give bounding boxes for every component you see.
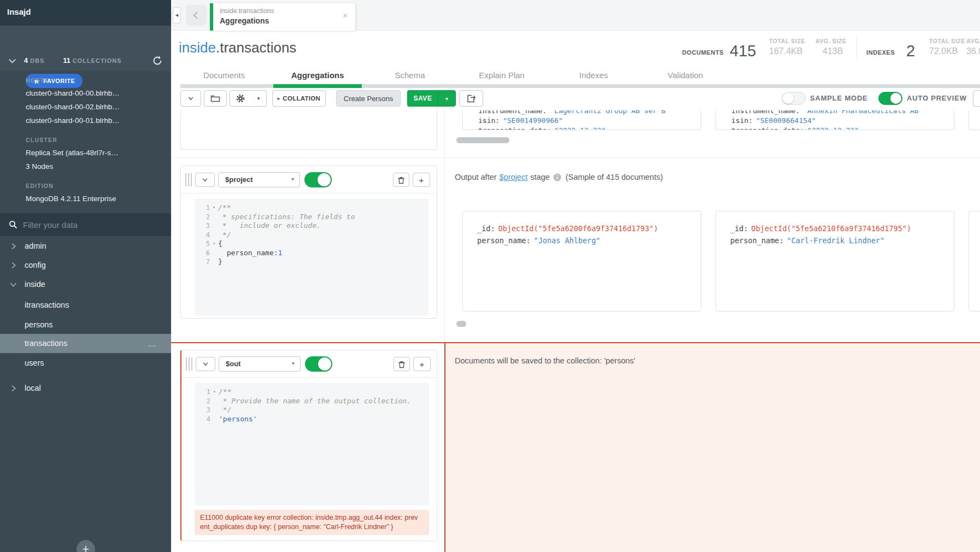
db-count: 4	[24, 57, 28, 64]
sidebar-item-persons[interactable]: persons	[0, 315, 171, 334]
host-item: cluster0-shard-00-00.blrhb…	[26, 89, 120, 97]
field-key: transaction_date:	[478, 126, 551, 130]
sidebar-item-config[interactable]: config	[0, 256, 171, 275]
field-value: "SE0014990966"	[503, 116, 563, 125]
documents-stat-label: DOCUMENTS	[682, 49, 724, 56]
triangle-right-icon: ▸	[278, 96, 280, 101]
host-item: cluster0-shard-00-01.blrhb…	[26, 116, 120, 125]
auto-preview-toggle[interactable]	[878, 92, 902, 105]
code-line: /**	[218, 203, 231, 213]
collection-label: itransactions	[25, 296, 69, 315]
output-horizontal-scrollbar[interactable]	[456, 321, 466, 327]
tab-schema[interactable]: Schema	[395, 71, 425, 80]
collection-label: users	[25, 354, 44, 373]
out-stage-code-editor[interactable]: 1▾/** 2 * Provide the name of the output…	[195, 383, 429, 506]
tab-validation[interactable]: Validation	[668, 71, 703, 80]
tab-aggregations[interactable]: Aggregations	[291, 71, 344, 80]
db-name: inside	[179, 39, 216, 56]
out-stage-card: $out ▾ + 1▾/** 2 * Provide the name of t…	[180, 350, 437, 541]
stage-doc-link[interactable]: $project	[500, 173, 528, 181]
gear-icon	[236, 93, 245, 103]
toolbar-overflow-button[interactable]	[973, 90, 980, 107]
chevron-left-icon	[192, 11, 201, 20]
add-stage-button[interactable]: +	[413, 173, 430, 187]
ellipsis-menu-icon[interactable]: …	[148, 334, 157, 353]
collapse-left-icon: ◀	[175, 13, 178, 17]
documents-stat-value: 415	[730, 42, 756, 60]
tab-explain-plan[interactable]: Explain Plan	[479, 71, 524, 80]
save-dropdown-button[interactable]: ▾	[438, 90, 456, 107]
stage-enabled-toggle[interactable]	[304, 172, 332, 187]
code-line: */	[219, 406, 231, 415]
hosts-label: HOSTS	[26, 77, 49, 84]
field-key: isin:	[478, 116, 500, 125]
project-stage-code-editor[interactable]: 1▾/** 2 * specifications: The fields to …	[195, 198, 429, 315]
code-fold-icon: ▾	[210, 387, 219, 397]
field-key: _id:	[730, 224, 748, 233]
sample-mode-toggle[interactable]	[782, 92, 806, 105]
chevron-right-icon	[10, 262, 17, 269]
chevron-down-icon[interactable]	[8, 57, 16, 65]
close-icon[interactable]: ×	[343, 11, 348, 21]
connection-name: Insajd	[7, 7, 31, 16]
tab-active-underline	[273, 84, 362, 88]
sidebar-item-local[interactable]: local	[0, 379, 171, 398]
add-stage-button[interactable]: +	[413, 357, 431, 371]
sidebar-item-admin[interactable]: admin	[0, 237, 171, 256]
field-value: "2020-12-22"	[807, 126, 859, 130]
code-line: * include or exclude.	[218, 221, 321, 231]
collection-count-label: COLLECTIONS	[73, 57, 122, 64]
doc-total-size-value: 167.4KB	[769, 46, 802, 56]
code-line: {	[218, 239, 222, 249]
open-saved-pipelines-button[interactable]	[204, 90, 227, 107]
auto-preview-label: AUTO PREVIEW	[907, 94, 967, 102]
pipeline-settings-button[interactable]	[230, 90, 251, 107]
field-value: "Annexin Pharmaceuticals AB"	[803, 110, 923, 115]
compass-window: Insajd 4 DBS 11 COLLECTIONS ★ FAVORITE H…	[0, 0, 980, 552]
info-icon[interactable]	[553, 173, 561, 181]
drag-handle[interactable]	[186, 357, 192, 371]
sidebar-collapse-button[interactable]: ◀	[173, 7, 181, 24]
stage-operator-select[interactable]: $out ▾	[219, 356, 301, 372]
plus-icon: +	[419, 175, 424, 185]
create-database-button[interactable]: +	[77, 540, 95, 552]
workspace-tab[interactable]: inside.transactions Aggregations ×	[210, 3, 355, 31]
pipeline-collapse-button[interactable]	[180, 90, 201, 107]
sidebar-item-transactions[interactable]: transactions …	[0, 334, 171, 353]
sidebar-item-users[interactable]: users	[0, 354, 171, 373]
sidebar-item-itransactions[interactable]: itransactions	[0, 296, 171, 315]
collation-toggle-button[interactable]: ▸ COLLATION	[272, 90, 326, 107]
delete-stage-button[interactable]	[394, 357, 410, 371]
sidebar-item-inside[interactable]: inside	[0, 275, 171, 294]
preview-horizontal-scrollbar[interactable]	[456, 137, 509, 143]
trash-icon	[397, 176, 405, 184]
delete-stage-button[interactable]	[393, 173, 409, 187]
doc-avg-size-label: AVG. SIZE	[815, 38, 847, 44]
field-value: "SE0009664154"	[756, 116, 816, 125]
code-line: */	[218, 231, 231, 240]
field-key: person_name:	[477, 236, 531, 245]
drag-handle[interactable]	[185, 173, 192, 186]
export-to-language-button[interactable]	[459, 90, 483, 107]
tab-scroll-back-button[interactable]	[186, 5, 207, 26]
sidebar: Insajd 4 DBS 11 COLLECTIONS ★ FAVORITE H…	[0, 0, 171, 552]
stage-collapse-button[interactable]	[195, 173, 215, 187]
field-key: transaction_date:	[731, 126, 804, 130]
preview-document-card-clipped	[969, 110, 980, 130]
output-middle: stage	[530, 173, 549, 181]
refresh-icon[interactable]	[152, 55, 163, 66]
tab-indexes[interactable]: Indexes	[579, 71, 608, 80]
settings-caret-button[interactable]: ▾	[251, 90, 267, 107]
field-value: "Jonas Ahlberg"	[534, 236, 601, 245]
code-line: * specifications: The fields to	[218, 213, 355, 222]
filter-input[interactable]	[23, 218, 162, 232]
stage-enabled-toggle[interactable]	[305, 356, 332, 372]
collation-label: COLLATION	[283, 95, 320, 102]
stage-operator-select[interactable]: $project ▾	[218, 172, 300, 187]
stage-operator: $project	[225, 175, 253, 184]
saved-pipeline-name-button[interactable]: Create Persons	[336, 90, 401, 107]
stage-collapse-button[interactable]	[196, 357, 215, 371]
output-suffix: (Sample of 415 documents)	[566, 173, 663, 181]
tab-documents[interactable]: Documents	[203, 71, 245, 80]
save-button[interactable]: SAVE	[407, 90, 438, 107]
